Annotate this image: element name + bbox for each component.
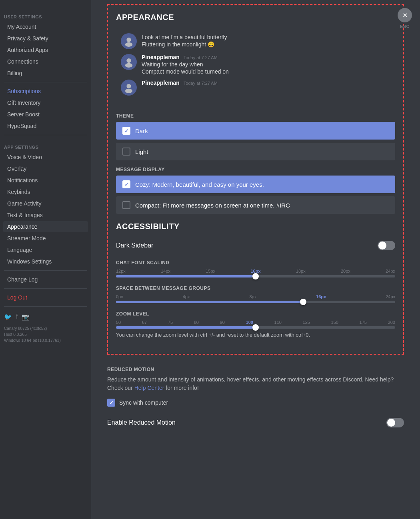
sidebar-item-server-boost[interactable]: Server Boost [3,109,88,120]
space-between-slider-track[interactable] [116,301,395,303]
theme-option-dark[interactable]: Dark [116,122,395,140]
message-author-2: Pineappleman [142,54,180,60]
mark-20px: 20px [341,269,350,273]
zoom-level-section: ZOOM LEVEL 50 67 75 80 90 100 110 125 15… [116,311,395,338]
mark-4px: 4px [183,294,190,299]
sidebar-item-voice-video[interactable]: Voice & Video [3,152,88,163]
sidebar-item-label: Voice & Video [7,154,42,160]
enable-reduced-toggle[interactable] [386,418,404,427]
sidebar-item-language[interactable]: Language [3,244,88,256]
sync-with-computer[interactable]: Sync with computer [107,399,404,407]
space-between-slider-fill [116,301,303,303]
theme-option-light[interactable]: Light [116,143,395,160]
reduced-motion-section: REDUCED MOTION Reduce the amount and int… [107,363,404,447]
mark-24px-space: 24px [386,294,395,299]
sidebar-item-notifications[interactable]: Notifications [3,175,88,186]
sidebar-item-windows-settings[interactable]: Windows Settings [3,256,88,267]
sidebar-divider-3 [4,270,87,271]
sidebar-item-label: HypeSquad [7,123,36,129]
avatar-3 [121,80,137,96]
esc-label: ESC [400,24,410,29]
svg-point-1 [125,42,132,47]
appearance-title: APPEARANCE [116,13,395,22]
sidebar-item-authorized-apps[interactable]: Authorized Apps [3,44,88,56]
sidebar-item-label: Authorized Apps [7,47,48,53]
facebook-icon[interactable]: f [16,313,18,321]
sidebar-item-overlay[interactable]: Overlay [3,163,88,174]
mark-75: 75 [168,320,173,325]
sidebar-item-text-images[interactable]: Text & Images [3,210,88,221]
sidebar-item-hypesquad[interactable]: HypeSquad [3,120,88,132]
sidebar-item-connections[interactable]: Connections [3,56,88,67]
chat-font-slider-fill [116,275,256,277]
chat-message-2: Pineappleman Today at 7:27 AM Waiting fo… [121,54,390,75]
message-display-compact[interactable]: Compact: Fit more messages on screen at … [116,196,395,214]
mark-12px: 12px [116,269,126,273]
help-center-link[interactable]: Help Center [134,385,164,391]
theme-light-checkbox [122,148,130,156]
sidebar-item-billing[interactable]: Billing [3,68,88,79]
mark-18px: 18px [296,269,306,273]
svg-point-0 [126,38,131,42]
version-info: Canary 80725 (4c0fc52) Host 0.0.265 Wind… [0,324,91,345]
sidebar-item-appearance[interactable]: Appearance [3,221,88,232]
message-timestamp-2: Today at 7:27 AM [184,55,218,60]
chat-font-scaling-label: CHAT FONT SCALING [116,260,395,265]
sidebar-item-label: Appearance [7,224,38,230]
sidebar-item-label: Game Activity [7,200,42,207]
avatar-2 [121,54,137,70]
sidebar-divider-2 [4,135,87,135]
sidebar-item-streamer-mode[interactable]: Streamer Mode [3,233,88,244]
app-settings-label: APP SETTINGS [0,138,91,151]
sidebar-item-gift-inventory[interactable]: Gift Inventory [3,97,88,108]
space-between-marks: 0px 4px 8px 16px 24px [116,294,395,299]
theme-dark-label: Dark [135,128,148,134]
sync-label: Sync with computer [119,399,168,406]
sidebar-item-label: Connections [7,58,38,65]
dark-sidebar-row: Dark Sidebar [116,238,395,254]
dark-sidebar-toggle[interactable] [378,241,395,250]
sync-checkbox-icon [107,399,115,407]
theme-light-label: Light [135,148,148,155]
sidebar-item-change-log[interactable]: Change Log [3,274,88,285]
twitter-icon[interactable]: 🐦 [4,313,12,321]
sidebar-item-label: Overlay [7,166,26,172]
sidebar-item-privacy-safety[interactable]: Privacy & Safety [3,33,88,44]
message-content-3: Pineappleman Today at 7:27 AM [142,80,218,96]
enable-reduced-toggle-knob [387,419,395,427]
sidebar-item-label: Notifications [7,177,38,184]
svg-point-2 [126,58,131,63]
display-cozy-label: Cozy: Modern, beautiful, and easy on you… [135,181,264,188]
message-content-2: Pineappleman Today at 7:27 AM Waiting fo… [142,54,229,75]
zoom-hint: You can change the zoom level with ctrl … [116,332,395,338]
theme-label: THEME [116,113,395,119]
sidebar-item-my-account[interactable]: My Account [3,21,88,32]
instagram-icon[interactable]: 📷 [22,313,30,321]
sidebar-item-subscriptions[interactable]: Subscriptions [3,86,88,97]
enable-reduced-motion-row: Enable Reduced Motion [107,415,404,431]
mark-150: 150 [331,320,338,325]
sidebar-item-log-out[interactable]: Log Out [3,292,88,303]
message-author-3: Pineappleman [142,80,180,86]
mark-67: 67 [142,320,147,325]
accessibility-title: ACCESSIBILITY [116,222,395,231]
message-text-1: Look at me I'm a beautiful butterfly [142,34,227,40]
zoom-slider-track[interactable] [116,326,395,329]
zoom-slider-thumb[interactable] [252,324,259,331]
svg-point-3 [125,63,132,68]
sidebar: USER SETTINGS My Account Privacy & Safet… [0,0,91,519]
zoom-level-label: ZOOM LEVEL [116,311,395,317]
sidebar-item-keybinds[interactable]: Keybinds [3,186,88,198]
sidebar-item-game-activity[interactable]: Game Activity [3,198,88,209]
message-content-1: Look at me I'm a beautiful butterfly Flu… [142,33,227,49]
chat-font-slider-thumb[interactable] [252,273,259,279]
space-between-slider-thumb[interactable] [300,299,306,305]
mark-0px: 0px [116,294,123,299]
reduced-motion-desc-after: for more info! [164,385,198,391]
chat-font-slider-track[interactable] [116,275,395,277]
message-display-cozy[interactable]: Cozy: Modern, beautiful, and easy on you… [116,176,395,193]
sidebar-item-label: Text & Images [7,212,43,218]
esc-button[interactable]: ✕ ESC [398,8,412,29]
sidebar-item-label: Language [7,247,32,253]
user-settings-label: USER SETTINGS [0,8,91,21]
